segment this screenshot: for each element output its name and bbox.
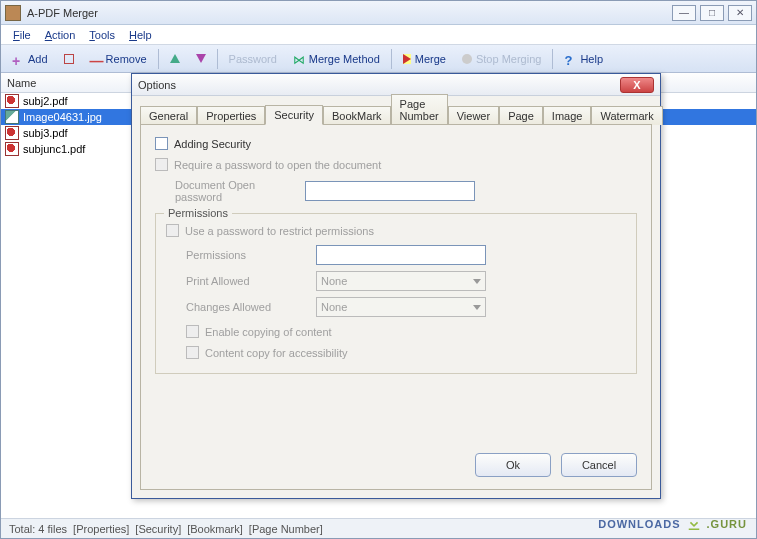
- status-seg: [Page Number]: [247, 523, 325, 535]
- menubar: File Action Tools Help: [1, 25, 756, 45]
- app-title: A-PDF Merger: [27, 7, 672, 19]
- enable-copying-label: Enable copying of content: [205, 326, 332, 338]
- tab-page[interactable]: Page: [499, 106, 543, 125]
- triangle-down-icon: [196, 54, 206, 63]
- restrict-permissions-checkbox[interactable]: [166, 224, 179, 237]
- tab-bookmark[interactable]: BookMark: [323, 106, 391, 125]
- remove-button[interactable]: —Remove: [83, 50, 154, 68]
- doc-open-password-input[interactable]: [305, 181, 475, 201]
- changes-allowed-label: Changes Allowed: [186, 301, 316, 313]
- copy-accessibility-checkbox[interactable]: [186, 346, 199, 359]
- print-allowed-label: Print Allowed: [186, 275, 316, 287]
- doc-open-password-label: Document Open password: [175, 179, 305, 203]
- app-icon: [5, 5, 21, 21]
- image-icon: [5, 110, 19, 124]
- status-bar: Total: 4 files [Properties] [Security] […: [1, 518, 756, 538]
- tab-watermark[interactable]: Watermark: [591, 106, 662, 125]
- options-dialog: Options X General Properties Security Bo…: [131, 73, 661, 499]
- move-down-button[interactable]: [189, 51, 213, 66]
- separator: [391, 49, 392, 69]
- add-button[interactable]: +Add: [5, 50, 55, 68]
- dialog-titlebar: Options X: [132, 74, 660, 96]
- permissions-fieldset: Permissions Use a password to restrict p…: [155, 213, 637, 374]
- menu-tools[interactable]: Tools: [83, 27, 121, 43]
- cancel-button[interactable]: Cancel: [561, 453, 637, 477]
- status-total: Total: 4 files: [7, 523, 69, 535]
- permissions-label: Permissions: [186, 249, 316, 261]
- pdf-icon: [5, 126, 19, 140]
- ok-button[interactable]: Ok: [475, 453, 551, 477]
- require-password-checkbox[interactable]: [155, 158, 168, 171]
- menu-file[interactable]: File: [7, 27, 37, 43]
- dialog-buttons: Ok Cancel: [475, 453, 637, 477]
- tab-security[interactable]: Security: [265, 105, 323, 125]
- toolbar: +Add —Remove Password ⋈Merge Method Merg…: [1, 45, 756, 73]
- tab-panel-security: Adding Security Require a password to op…: [140, 124, 652, 490]
- separator: [552, 49, 553, 69]
- maximize-button[interactable]: □: [700, 5, 724, 21]
- password-button[interactable]: Password: [222, 50, 284, 68]
- minimize-button[interactable]: —: [672, 5, 696, 21]
- play-icon: [403, 54, 411, 64]
- copy-accessibility-label: Content copy for accessibility: [205, 347, 347, 359]
- restrict-permissions-label: Use a password to restrict permissions: [185, 225, 374, 237]
- titlebar: A-PDF Merger — □ ✕: [1, 1, 756, 25]
- merge-method-button[interactable]: ⋈Merge Method: [286, 50, 387, 68]
- adding-security-label: Adding Security: [174, 138, 251, 150]
- tab-general[interactable]: General: [140, 106, 197, 125]
- square-icon: [64, 54, 74, 64]
- require-password-label: Require a password to open the document: [174, 159, 381, 171]
- minus-icon: —: [90, 53, 102, 65]
- stop-button[interactable]: Stop Merging: [455, 50, 548, 68]
- tab-page-number[interactable]: Page Number: [391, 94, 448, 125]
- menu-help[interactable]: Help: [123, 27, 158, 43]
- move-up-button[interactable]: [163, 51, 187, 66]
- permissions-input[interactable]: [316, 245, 486, 265]
- plus-icon: +: [12, 53, 24, 65]
- status-seg: [Security]: [133, 523, 183, 535]
- tab-properties[interactable]: Properties: [197, 106, 265, 125]
- status-seg: [Bookmark]: [185, 523, 245, 535]
- permissions-legend: Permissions: [164, 207, 232, 219]
- dialog-title: Options: [138, 79, 620, 91]
- print-allowed-dropdown[interactable]: None: [316, 271, 486, 291]
- question-icon: ?: [564, 53, 576, 65]
- tab-image[interactable]: Image: [543, 106, 592, 125]
- triangle-up-icon: [170, 54, 180, 63]
- enable-copying-checkbox[interactable]: [186, 325, 199, 338]
- menu-action[interactable]: Action: [39, 27, 82, 43]
- separator: [217, 49, 218, 69]
- changes-allowed-dropdown[interactable]: None: [316, 297, 486, 317]
- dialog-close-button[interactable]: X: [620, 77, 654, 93]
- status-seg: [Properties]: [71, 523, 131, 535]
- window-buttons: — □ ✕: [672, 5, 752, 21]
- square-button[interactable]: [57, 51, 81, 67]
- help-button[interactable]: ?Help: [557, 50, 610, 68]
- tab-viewer[interactable]: Viewer: [448, 106, 499, 125]
- separator: [158, 49, 159, 69]
- pdf-icon: [5, 142, 19, 156]
- merge-button[interactable]: Merge: [396, 50, 453, 68]
- tab-strip: General Properties Security BookMark Pag…: [132, 102, 660, 124]
- close-button[interactable]: ✕: [728, 5, 752, 21]
- pdf-icon: [5, 94, 19, 108]
- circle-icon: [462, 54, 472, 64]
- adding-security-checkbox[interactable]: [155, 137, 168, 150]
- bowtie-icon: ⋈: [293, 53, 305, 65]
